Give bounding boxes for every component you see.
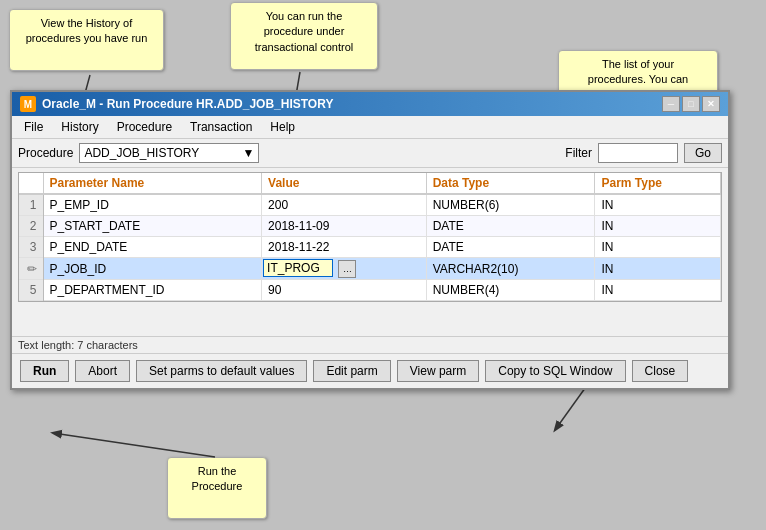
param-name-3: P_END_DATE bbox=[43, 237, 262, 258]
run-button[interactable]: Run bbox=[20, 360, 69, 382]
bottom-bar: Run Abort Set parms to default values Ed… bbox=[12, 353, 728, 388]
param-datatype-3: DATE bbox=[426, 237, 595, 258]
title-bar: M Oracle_M - Run Procedure HR.ADD_JOB_HI… bbox=[12, 92, 728, 116]
menu-history[interactable]: History bbox=[53, 118, 106, 136]
abort-button[interactable]: Abort bbox=[75, 360, 130, 382]
col-header-datatype: Data Type bbox=[426, 173, 595, 194]
row-num-1: 1 bbox=[19, 194, 43, 216]
status-text: Text length: 7 characters bbox=[18, 339, 138, 351]
param-name-4: P_JOB_ID bbox=[43, 258, 262, 280]
close-button[interactable]: Close bbox=[632, 360, 689, 382]
table-row: 3 P_END_DATE 2018-11-22 DATE IN bbox=[19, 237, 721, 258]
parameters-table-container: Parameter Name Value Data Type Parm Type… bbox=[18, 172, 722, 302]
param-parmtype-3: IN bbox=[595, 237, 721, 258]
filter-input[interactable] bbox=[598, 143, 678, 163]
dropdown-arrow-icon: ▼ bbox=[242, 146, 254, 160]
col-header-num bbox=[19, 173, 43, 194]
filter-label: Filter bbox=[565, 146, 592, 160]
callout-transactional: You can run the procedure under transact… bbox=[230, 2, 378, 70]
col-header-param-name: Parameter Name bbox=[43, 173, 262, 194]
param-parmtype-5: IN bbox=[595, 280, 721, 301]
toolbar: Procedure ADD_JOB_HISTORY ▼ Filter Go bbox=[12, 139, 728, 168]
table-row-editing: ✏ P_JOB_ID … VARCHAR2(10) IN bbox=[19, 258, 721, 280]
row-num-5: 5 bbox=[19, 280, 43, 301]
param-value-2[interactable]: 2018-11-09 bbox=[262, 216, 427, 237]
table-row: 2 P_START_DATE 2018-11-09 DATE IN bbox=[19, 216, 721, 237]
spacer bbox=[12, 306, 728, 336]
parameters-table: Parameter Name Value Data Type Parm Type… bbox=[19, 173, 721, 301]
param-parmtype-2: IN bbox=[595, 216, 721, 237]
minimize-button[interactable]: ─ bbox=[662, 96, 680, 112]
window-icon: M bbox=[20, 96, 36, 112]
param-value-3[interactable]: 2018-11-22 bbox=[262, 237, 427, 258]
svg-line-7 bbox=[53, 433, 215, 457]
menu-transaction[interactable]: Transaction bbox=[182, 118, 260, 136]
menu-procedure[interactable]: Procedure bbox=[109, 118, 180, 136]
row-num-3: 3 bbox=[19, 237, 43, 258]
param-datatype-4: VARCHAR2(10) bbox=[426, 258, 595, 280]
col-header-parmtype: Parm Type bbox=[595, 173, 721, 194]
param-value-5[interactable]: 90 bbox=[262, 280, 427, 301]
param-datatype-5: NUMBER(4) bbox=[426, 280, 595, 301]
menu-bar: File History Procedure Transaction Help bbox=[12, 116, 728, 139]
param-name-1: P_EMP_ID bbox=[43, 194, 262, 216]
edit-parm-button[interactable]: Edit parm bbox=[313, 360, 390, 382]
row-num-2: 2 bbox=[19, 216, 43, 237]
window-title: Oracle_M - Run Procedure HR.ADD_JOB_HIST… bbox=[42, 97, 333, 111]
param-datatype-2: DATE bbox=[426, 216, 595, 237]
view-parm-button[interactable]: View parm bbox=[397, 360, 479, 382]
table-row: 5 P_DEPARTMENT_ID 90 NUMBER(4) IN bbox=[19, 280, 721, 301]
go-button[interactable]: Go bbox=[684, 143, 722, 163]
param-value-4-input[interactable] bbox=[263, 259, 333, 277]
inline-edit-button[interactable]: … bbox=[338, 260, 356, 278]
param-parmtype-1: IN bbox=[595, 194, 721, 216]
status-bar: Text length: 7 characters bbox=[12, 336, 728, 353]
table-row: 1 P_EMP_ID 200 NUMBER(6) IN bbox=[19, 194, 721, 216]
row-num-edit: ✏ bbox=[19, 258, 43, 280]
param-name-5: P_DEPARTMENT_ID bbox=[43, 280, 262, 301]
col-header-value: Value bbox=[262, 173, 427, 194]
menu-file[interactable]: File bbox=[16, 118, 51, 136]
param-name-2: P_START_DATE bbox=[43, 216, 262, 237]
set-parms-default-button[interactable]: Set parms to default values bbox=[136, 360, 307, 382]
param-parmtype-4: IN bbox=[595, 258, 721, 280]
param-value-1[interactable]: 200 bbox=[262, 194, 427, 216]
restore-button[interactable]: □ bbox=[682, 96, 700, 112]
main-window: M Oracle_M - Run Procedure HR.ADD_JOB_HI… bbox=[10, 90, 730, 390]
procedure-label: Procedure bbox=[18, 146, 73, 160]
param-value-4-cell: … bbox=[262, 258, 427, 280]
copy-to-sql-button[interactable]: Copy to SQL Window bbox=[485, 360, 625, 382]
callout-run-procedure: Run the Procedure bbox=[167, 457, 267, 519]
procedure-dropdown[interactable]: ADD_JOB_HISTORY ▼ bbox=[79, 143, 259, 163]
close-window-button[interactable]: ✕ bbox=[702, 96, 720, 112]
param-datatype-1: NUMBER(6) bbox=[426, 194, 595, 216]
menu-help[interactable]: Help bbox=[262, 118, 303, 136]
title-controls[interactable]: ─ □ ✕ bbox=[662, 96, 720, 112]
callout-history: View the History of procedures you have … bbox=[9, 9, 164, 71]
svg-line-6 bbox=[555, 384, 588, 430]
